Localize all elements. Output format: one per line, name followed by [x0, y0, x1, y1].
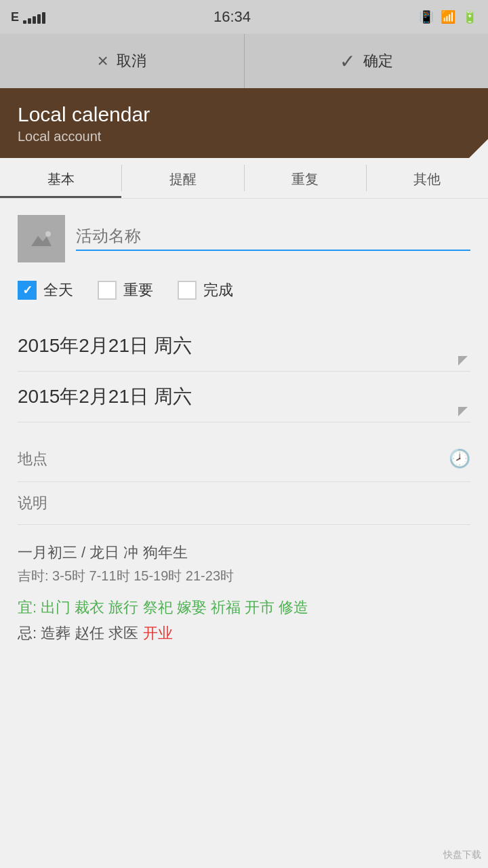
- description-input[interactable]: [18, 494, 470, 512]
- location-input[interactable]: [18, 450, 442, 468]
- checkbox-important-box[interactable]: [98, 281, 117, 300]
- start-date-triangle: [458, 356, 468, 366]
- svg-rect-0: [28, 228, 55, 250]
- event-name-input[interactable]: [76, 226, 470, 245]
- confirm-button[interactable]: ✓ 确定: [245, 34, 489, 88]
- tab-basic[interactable]: 基本: [0, 158, 121, 198]
- calendar-header: Local calendar Local account: [0, 88, 488, 158]
- carrier-label: E: [11, 10, 19, 24]
- signal-bar-4: [37, 14, 41, 24]
- event-name-row: [18, 215, 470, 262]
- cancel-button[interactable]: × 取消: [0, 34, 245, 88]
- end-date-row[interactable]: 2015年2月21日 周六: [18, 372, 470, 422]
- signal-bars: [23, 10, 45, 24]
- location-row: 🕗: [18, 436, 470, 482]
- signal-bar-1: [23, 20, 26, 24]
- header-triangle: [469, 139, 488, 158]
- tab-other[interactable]: 其他: [367, 158, 488, 198]
- description-row: [18, 482, 470, 525]
- tab-repeat[interactable]: 重复: [245, 158, 366, 198]
- status-left: E: [11, 10, 45, 24]
- event-name-input-wrap[interactable]: [76, 226, 470, 251]
- start-date-text: 2015年2月21日 周六: [18, 335, 192, 356]
- checkbox-important[interactable]: 重要: [98, 280, 153, 300]
- lunar-main: 一月初三 / 龙日 冲 狗年生: [18, 542, 470, 563]
- wifi-icon: 📶: [441, 9, 455, 24]
- checkbox-done-box[interactable]: [178, 281, 197, 300]
- start-date-row[interactable]: 2015年2月21日 周六: [18, 321, 470, 372]
- mountain-icon: [28, 228, 55, 250]
- action-bar: × 取消 ✓ 确定: [0, 34, 488, 88]
- lunar-yi: 宜: 出门 裁衣 旅行 祭祀 嫁娶 祈福 开市 修造: [18, 597, 470, 618]
- cancel-icon: ×: [98, 50, 108, 72]
- confirm-icon: ✓: [340, 50, 355, 73]
- tabs: 基本 提醒 重复 其他: [0, 158, 488, 199]
- checkbox-row: 全天 重要 完成: [18, 280, 470, 300]
- svg-point-2: [45, 231, 51, 237]
- calendar-subtitle: Local account: [18, 129, 470, 144]
- clock: 16:34: [214, 8, 251, 26]
- vibrate-icon: 📳: [419, 9, 434, 24]
- checkbox-allday-label: 全天: [43, 280, 73, 300]
- event-image-placeholder[interactable]: [18, 215, 65, 262]
- end-date-triangle: [458, 407, 468, 416]
- checkbox-allday[interactable]: 全天: [18, 280, 73, 300]
- lunar-ji: 忌: 造葬 赵任 求医 开业: [18, 623, 470, 644]
- checkbox-done-label: 完成: [203, 280, 233, 300]
- lunar-ji-normal: 忌: 造葬 赵任 求医: [18, 625, 143, 642]
- signal-bar-3: [33, 16, 36, 24]
- checkbox-important-label: 重要: [123, 280, 153, 300]
- lunar-section: 一月初三 / 龙日 冲 狗年生 吉时: 3-5时 7-11时 15-19时 21…: [18, 525, 470, 644]
- tab-reminder[interactable]: 提醒: [122, 158, 243, 198]
- checkbox-done[interactable]: 完成: [178, 280, 233, 300]
- status-right: 📳 📶 🔋: [419, 9, 477, 24]
- lunar-time: 吉时: 3-5时 7-11时 15-19时 21-23时: [18, 567, 470, 585]
- lunar-ji-red: 开业: [143, 625, 173, 642]
- signal-bar-5: [42, 12, 45, 24]
- checkbox-allday-box[interactable]: [18, 281, 37, 300]
- battery-icon: 🔋: [462, 9, 477, 24]
- cancel-label: 取消: [117, 51, 146, 71]
- calendar-title: Local calendar: [18, 103, 470, 126]
- signal-bar-2: [28, 18, 31, 24]
- end-date-text: 2015年2月21日 周六: [18, 386, 192, 407]
- status-bar: E 16:34 📳 📶 🔋: [0, 0, 488, 34]
- form-area: 全天 重要 完成 2015年2月21日 周六 2015年2月21日 周六 🕗 一…: [0, 199, 488, 660]
- watermark: 快盘下载: [443, 849, 481, 861]
- history-icon[interactable]: 🕗: [449, 448, 470, 469]
- confirm-label: 确定: [363, 51, 393, 71]
